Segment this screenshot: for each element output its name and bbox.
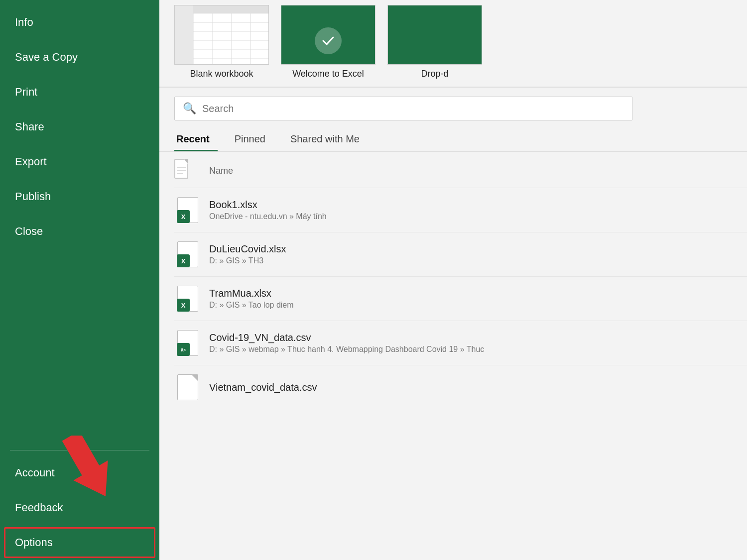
file-icon-vncovid [174,372,201,402]
tabs-row: Recent Pinned Shared with Me [159,125,747,152]
template-drop[interactable]: Drop-d [387,5,482,79]
templates-row: Blank workbook Welcome to Excel Drop-d [159,0,747,87]
excel-badge: X [177,299,190,312]
search-area: 🔍 [159,88,747,125]
template-drop-thumb [387,5,482,65]
template-blank[interactable]: Blank workbook [174,5,269,79]
welcome-checkmark [315,27,342,54]
header-doc-icon [174,159,192,181]
file-path: D: » GIS » webmap » Thuc hanh 4. Webmapp… [209,345,484,354]
file-icon-covid19: ax [174,328,201,358]
list-item[interactable]: Vietnam_covid_data.csv [174,365,747,409]
list-item[interactable]: X TramMua.xlsx D: » GIS » Tao lop diem [174,277,747,321]
excel-icon-wrap: X [176,285,200,313]
file-path: D: » GIS » TH3 [209,256,286,265]
csv-badge: ax [177,343,190,356]
doc-icon-shape [177,374,198,400]
excel-icon-wrap: ax [176,329,200,357]
file-info-book1: Book1.xlsx OneDrive - ntu.edu.vn » Máy t… [209,199,327,221]
sidebar-divider [10,450,149,450]
search-box[interactable]: 🔍 [174,97,632,120]
tab-shared[interactable]: Shared with Me [288,129,368,151]
sidebar-item-feedback[interactable]: Feedback [0,490,159,525]
file-list-header: Name [174,152,747,188]
template-blank-label: Blank workbook [190,69,253,79]
sidebar: Info Save a Copy Print Share Export Publ… [0,0,159,560]
file-name: TramMua.xlsx [209,288,294,299]
file-icon-trammua: X [174,284,201,314]
template-welcome[interactable]: Welcome to Excel [281,5,375,79]
excel-badge: X [177,210,190,223]
excel-badge: X [177,254,190,267]
main-content: Blank workbook Welcome to Excel Drop-d 🔍 [159,0,747,560]
file-info-trammua: TramMua.xlsx D: » GIS » Tao lop diem [209,288,294,310]
sidebar-item-export[interactable]: Export [0,144,159,179]
file-icon-dulieu: X [174,239,201,269]
sidebar-item-share[interactable]: Share [0,110,159,144]
template-welcome-thumb [281,5,375,65]
blank-grid-svg [175,5,268,64]
file-icon-book1: X [174,195,201,225]
file-info-vncovid: Vietnam_covid_data.csv [209,382,317,393]
sidebar-item-info[interactable]: Info [0,5,159,40]
file-icon-header [174,159,201,183]
sidebar-item-print[interactable]: Print [0,75,159,110]
sidebar-item-options[interactable]: Options [0,525,159,560]
svg-rect-13 [175,5,193,64]
template-blank-thumb [174,5,269,65]
search-icon: 🔍 [183,102,196,115]
tab-pinned[interactable]: Pinned [233,129,273,151]
list-item[interactable]: X Book1.xlsx OneDrive - ntu.edu.vn » Máy… [174,188,747,232]
file-path: D: » GIS » Tao lop diem [209,301,294,310]
file-info-dulieu: DuLieuCovid.xlsx D: » GIS » TH3 [209,243,286,265]
file-info-covid19: Covid-19_VN_data.csv D: » GIS » webmap »… [209,332,484,354]
template-drop-label: Drop-d [421,69,448,79]
file-name: DuLieuCovid.xlsx [209,243,286,255]
file-name: Book1.xlsx [209,199,327,211]
file-name: Covid-19_VN_data.csv [209,332,484,343]
sidebar-item-publish[interactable]: Publish [0,179,159,214]
template-welcome-label: Welcome to Excel [292,69,364,79]
tab-recent[interactable]: Recent [174,129,218,151]
list-item[interactable]: X DuLieuCovid.xlsx D: » GIS » TH3 [174,232,747,277]
file-name: Vietnam_covid_data.csv [209,382,317,393]
sidebar-item-save-a-copy[interactable]: Save a Copy [0,40,159,75]
list-item[interactable]: ax Covid-19_VN_data.csv D: » GIS » webma… [174,321,747,365]
sidebar-item-account[interactable]: Account [0,455,159,490]
file-list-name-header: Name [209,166,233,176]
excel-icon-wrap: X [176,240,200,268]
checkmark-icon [321,33,336,48]
search-input[interactable] [202,103,624,114]
sidebar-item-close[interactable]: Close [0,214,159,249]
file-list: Name X Book1.xlsx OneDrive - ntu.edu.vn … [159,152,747,560]
file-path: OneDrive - ntu.edu.vn » Máy tính [209,212,327,221]
excel-icon-wrap: X [176,196,200,224]
